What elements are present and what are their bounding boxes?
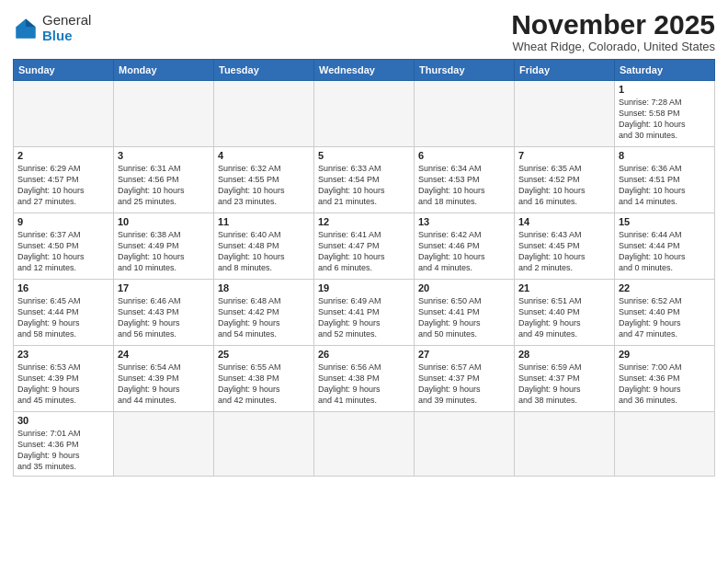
day-info: Sunrise: 6:34 AM Sunset: 4:53 PM Dayligh…: [418, 163, 510, 208]
day-info: Sunrise: 7:28 AM Sunset: 5:58 PM Dayligh…: [619, 97, 711, 142]
day-number: 23: [17, 349, 109, 360]
calendar-cell: 24Sunrise: 6:54 AM Sunset: 4:39 PM Dayli…: [114, 346, 214, 412]
day-number: 11: [218, 216, 310, 227]
day-number: 16: [17, 282, 109, 293]
calendar-table: SundayMondayTuesdayWednesdayThursdayFrid…: [13, 59, 715, 477]
day-number: 21: [518, 282, 610, 293]
title-area: November 2025 Wheat Ridge, Colorado, Uni…: [511, 9, 715, 53]
logo-general: General: [42, 13, 91, 29]
calendar-cell: [515, 412, 615, 477]
calendar-cell: 19Sunrise: 6:49 AM Sunset: 4:41 PM Dayli…: [314, 280, 415, 346]
day-number: 28: [518, 349, 610, 360]
day-info: Sunrise: 6:41 AM Sunset: 4:47 PM Dayligh…: [318, 229, 410, 274]
calendar-cell: 18Sunrise: 6:48 AM Sunset: 4:42 PM Dayli…: [214, 280, 314, 346]
day-info: Sunrise: 6:33 AM Sunset: 4:54 PM Dayligh…: [318, 163, 410, 208]
day-number: 9: [17, 216, 109, 227]
day-number: 26: [318, 349, 410, 360]
day-info: Sunrise: 6:31 AM Sunset: 4:56 PM Dayligh…: [118, 163, 210, 208]
calendar-cell: 20Sunrise: 6:50 AM Sunset: 4:41 PM Dayli…: [415, 280, 515, 346]
day-info: Sunrise: 7:00 AM Sunset: 4:36 PM Dayligh…: [619, 362, 711, 407]
day-info: Sunrise: 6:54 AM Sunset: 4:39 PM Dayligh…: [118, 362, 210, 407]
day-number: 29: [619, 349, 711, 360]
logo-blue: Blue: [42, 29, 91, 44]
logo-text: General Blue: [42, 13, 91, 43]
calendar-cell: 29Sunrise: 7:00 AM Sunset: 4:36 PM Dayli…: [615, 346, 715, 412]
calendar-cell: [214, 81, 314, 147]
day-info: Sunrise: 6:46 AM Sunset: 4:43 PM Dayligh…: [118, 295, 210, 340]
day-header-wednesday: Wednesday: [314, 60, 415, 81]
day-number: 30: [17, 415, 109, 426]
header-area: General Blue November 2025 Wheat Ridge, …: [13, 9, 715, 53]
calendar-cell: 6Sunrise: 6:34 AM Sunset: 4:53 PM Daylig…: [415, 147, 515, 213]
day-number: 3: [118, 150, 210, 161]
day-info: Sunrise: 6:56 AM Sunset: 4:38 PM Dayligh…: [318, 362, 410, 407]
day-number: 14: [518, 216, 610, 227]
day-info: Sunrise: 6:45 AM Sunset: 4:44 PM Dayligh…: [17, 295, 109, 340]
location: Wheat Ridge, Colorado, United States: [511, 40, 715, 53]
day-number: 8: [619, 150, 711, 161]
calendar-week-row: 16Sunrise: 6:45 AM Sunset: 4:44 PM Dayli…: [14, 280, 715, 346]
day-number: 1: [619, 84, 711, 95]
calendar-cell: 15Sunrise: 6:44 AM Sunset: 4:44 PM Dayli…: [615, 213, 715, 280]
day-number: 6: [418, 150, 510, 161]
day-info: Sunrise: 6:43 AM Sunset: 4:45 PM Dayligh…: [518, 229, 610, 274]
day-info: Sunrise: 6:40 AM Sunset: 4:48 PM Dayligh…: [218, 229, 310, 274]
calendar-week-row: 9Sunrise: 6:37 AM Sunset: 4:50 PM Daylig…: [14, 213, 715, 280]
calendar-week-row: 23Sunrise: 6:53 AM Sunset: 4:39 PM Dayli…: [14, 346, 715, 412]
day-info: Sunrise: 6:35 AM Sunset: 4:52 PM Dayligh…: [518, 163, 610, 208]
day-info: Sunrise: 6:53 AM Sunset: 4:39 PM Dayligh…: [17, 362, 109, 407]
calendar-header-row: SundayMondayTuesdayWednesdayThursdayFrid…: [14, 60, 715, 81]
calendar-cell: 5Sunrise: 6:33 AM Sunset: 4:54 PM Daylig…: [314, 147, 415, 213]
calendar-cell: 28Sunrise: 6:59 AM Sunset: 4:37 PM Dayli…: [515, 346, 615, 412]
calendar-cell: 3Sunrise: 6:31 AM Sunset: 4:56 PM Daylig…: [114, 147, 214, 213]
calendar-week-row: 30Sunrise: 7:01 AM Sunset: 4:36 PM Dayli…: [14, 412, 715, 477]
day-number: 27: [418, 349, 510, 360]
day-number: 4: [218, 150, 310, 161]
day-number: 18: [218, 282, 310, 293]
calendar-cell: [114, 412, 214, 477]
day-info: Sunrise: 6:50 AM Sunset: 4:41 PM Dayligh…: [418, 295, 510, 340]
day-info: Sunrise: 6:49 AM Sunset: 4:41 PM Dayligh…: [318, 295, 410, 340]
day-number: 22: [619, 282, 711, 293]
calendar-cell: 8Sunrise: 6:36 AM Sunset: 4:51 PM Daylig…: [615, 147, 715, 213]
logo-icon: [13, 16, 39, 41]
day-header-saturday: Saturday: [615, 60, 715, 81]
calendar-cell: 10Sunrise: 6:38 AM Sunset: 4:49 PM Dayli…: [114, 213, 214, 280]
calendar-cell: 13Sunrise: 6:42 AM Sunset: 4:46 PM Dayli…: [415, 213, 515, 280]
calendar-cell: [615, 412, 715, 477]
day-info: Sunrise: 6:32 AM Sunset: 4:55 PM Dayligh…: [218, 163, 310, 208]
day-header-thursday: Thursday: [415, 60, 515, 81]
calendar-cell: 21Sunrise: 6:51 AM Sunset: 4:40 PM Dayli…: [515, 280, 615, 346]
calendar-cell: 2Sunrise: 6:29 AM Sunset: 4:57 PM Daylig…: [14, 147, 114, 213]
day-header-tuesday: Tuesday: [214, 60, 314, 81]
day-info: Sunrise: 7:01 AM Sunset: 4:36 PM Dayligh…: [17, 428, 109, 473]
calendar-cell: 4Sunrise: 6:32 AM Sunset: 4:55 PM Daylig…: [214, 147, 314, 213]
day-number: 2: [17, 150, 109, 161]
day-number: 17: [118, 282, 210, 293]
calendar-cell: 1Sunrise: 7:28 AM Sunset: 5:58 PM Daylig…: [615, 81, 715, 147]
day-info: Sunrise: 6:44 AM Sunset: 4:44 PM Dayligh…: [619, 229, 711, 274]
day-number: 12: [318, 216, 410, 227]
calendar-cell: 12Sunrise: 6:41 AM Sunset: 4:47 PM Dayli…: [314, 213, 415, 280]
calendar-cell: 26Sunrise: 6:56 AM Sunset: 4:38 PM Dayli…: [314, 346, 415, 412]
day-header-friday: Friday: [515, 60, 615, 81]
month-title: November 2025: [511, 9, 715, 40]
calendar-week-row: 1Sunrise: 7:28 AM Sunset: 5:58 PM Daylig…: [14, 81, 715, 147]
day-header-sunday: Sunday: [14, 60, 114, 81]
calendar-cell: [214, 412, 314, 477]
calendar-week-row: 2Sunrise: 6:29 AM Sunset: 4:57 PM Daylig…: [14, 147, 715, 213]
day-info: Sunrise: 6:59 AM Sunset: 4:37 PM Dayligh…: [518, 362, 610, 407]
day-number: 10: [118, 216, 210, 227]
calendar-cell: 7Sunrise: 6:35 AM Sunset: 4:52 PM Daylig…: [515, 147, 615, 213]
calendar-cell: [14, 81, 114, 147]
calendar-cell: 23Sunrise: 6:53 AM Sunset: 4:39 PM Dayli…: [14, 346, 114, 412]
day-info: Sunrise: 6:57 AM Sunset: 4:37 PM Dayligh…: [418, 362, 510, 407]
day-number: 19: [318, 282, 410, 293]
calendar-cell: 17Sunrise: 6:46 AM Sunset: 4:43 PM Dayli…: [114, 280, 214, 346]
day-number: 20: [418, 282, 510, 293]
day-info: Sunrise: 6:48 AM Sunset: 4:42 PM Dayligh…: [218, 295, 310, 340]
day-info: Sunrise: 6:38 AM Sunset: 4:49 PM Dayligh…: [118, 229, 210, 274]
svg-rect-3: [17, 27, 36, 38]
calendar-cell: 16Sunrise: 6:45 AM Sunset: 4:44 PM Dayli…: [14, 280, 114, 346]
calendar-cell: 27Sunrise: 6:57 AM Sunset: 4:37 PM Dayli…: [415, 346, 515, 412]
